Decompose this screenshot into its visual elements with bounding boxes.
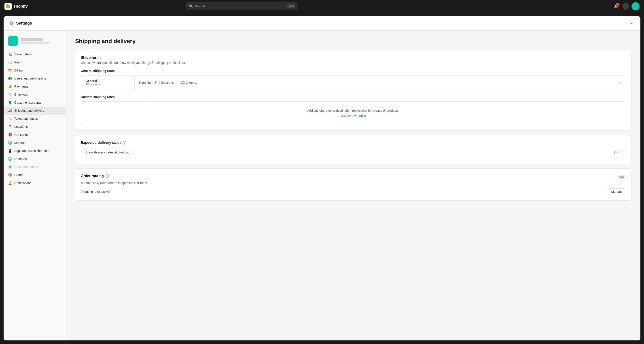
topbar-right: 🔔 3 — [612, 2, 640, 10]
settings-title-text: Settings — [16, 21, 32, 26]
locations-icon: 📍 — [8, 125, 12, 129]
sidebar-item-store-details[interactable]: 🏠 Store details — [4, 50, 66, 58]
settings-title: ⚙️ Settings — [9, 21, 32, 26]
delivery-dates-card: Expected delivery dates i Show delivery … — [75, 135, 632, 164]
taxes-icon: 🏷️ — [8, 117, 12, 121]
gift-cards-icon: 🎁 — [8, 133, 12, 137]
rate-left: General All products — [81, 75, 134, 90]
store-profile — [4, 34, 66, 50]
manage-button[interactable]: Manage — [608, 188, 626, 195]
delivery-dates-title-text: Expected delivery dates — [81, 141, 122, 145]
markets-icon: 🌐 — [8, 141, 12, 145]
shopify-logo: shopify — [4, 3, 28, 10]
billing-icon: 💳 — [8, 68, 12, 72]
delivery-dates-info-icon[interactable]: i — [123, 141, 126, 145]
sidebar-item-billing[interactable]: 💳 Billing — [4, 66, 66, 74]
sidebar-item-customer-accounts[interactable]: 👤 Customer accounts — [4, 98, 66, 107]
sidebar-label-markets: Markets — [14, 141, 26, 145]
checkout-icon: 🛒 — [8, 92, 12, 96]
sidebar-label-brand: Brand — [14, 173, 22, 177]
order-routing-info-icon[interactable]: i — [105, 174, 109, 178]
settings-sidebar: 🏠 Store details 📊 Plan 💳 Billing 👥 Users… — [4, 30, 66, 341]
routing-info-row: 2 routing rules active Manage — [81, 188, 626, 195]
store-avatar — [8, 36, 18, 46]
settings-header: ⚙️ Settings × — [4, 16, 640, 30]
create-profile-link[interactable]: Create new profile — [340, 114, 366, 117]
order-routing-subtitle: Automatically route orders to optimize f… — [81, 181, 626, 185]
sidebar-item-payments[interactable]: 💰 Payments — [4, 82, 66, 90]
location-pin-icon: 📍 — [154, 81, 158, 84]
customer-accounts-icon: 👤 — [8, 100, 12, 104]
sidebar-label-store-details: Store details — [14, 52, 32, 56]
brand-icon: 🎨 — [8, 173, 12, 177]
settings-body: 🏠 Store details 📊 Plan 💳 Billing 👥 Users… — [4, 30, 640, 341]
sidebar-item-apps-channels[interactable]: 📱 Apps and sales channels — [4, 147, 66, 155]
routing-count: 2 routing rules active — [81, 190, 110, 193]
notification-button[interactable]: 🔔 3 — [612, 2, 620, 10]
store-details-icon: 🏠 — [8, 52, 12, 56]
sidebar-item-users-permissions[interactable]: 👥 Users and permissions — [4, 74, 66, 82]
sidebar-item-notifications[interactable]: 🔔 Notifications — [4, 179, 66, 187]
custom-rates-empty-state: Add custom rates or destination restrict… — [81, 101, 626, 125]
search-placeholder-text: Search — [195, 4, 204, 8]
delivery-dates-title: Expected delivery dates i — [81, 141, 626, 145]
delivery-toggle-row[interactable]: Show delivery dates at checkout Off › — [81, 146, 626, 158]
shopify-bag-icon — [4, 3, 12, 10]
sidebar-item-customer-events: ⚙️ Customer events — [4, 163, 66, 171]
sidebar-item-brand[interactable]: 🎨 Brand — [4, 171, 66, 179]
sidebar-label-gift-cards: Gift cards — [14, 133, 28, 136]
topbar: shopify 🔍 Search ⌘ K 🔔 3 — [0, 0, 644, 12]
sidebar-label-payments: Payments — [14, 85, 28, 88]
sidebar-label-customer-events: Customer events — [14, 165, 38, 169]
sidebar-item-gift-cards[interactable]: 🎁 Gift cards — [4, 131, 66, 139]
shipping-card-subtitle: Choose where you ship and how much you c… — [81, 61, 626, 64]
sidebar-item-shipping-delivery[interactable]: 🚚 Shipping and delivery — [4, 107, 66, 115]
delivery-toggle-label: Show delivery dates at checkout — [86, 151, 614, 154]
arrow-icon: → — [176, 81, 179, 85]
search-shortcut: ⌘ K — [287, 4, 295, 8]
close-button[interactable]: × — [628, 20, 635, 27]
sidebar-item-domains[interactable]: 🌐 Domains — [4, 155, 66, 163]
notification-badge: 3 — [616, 3, 620, 6]
rate-general-title: General — [86, 79, 130, 83]
domains-icon: 🌐 — [8, 157, 12, 161]
sidebar-label-taxes: Taxes and duties — [14, 117, 38, 120]
sidebar-label-customer-accounts: Customer accounts — [14, 101, 41, 104]
sidebar-item-checkout[interactable]: 🛒 Checkout — [4, 90, 66, 98]
sidebar-item-plan[interactable]: 📊 Plan — [4, 58, 66, 66]
sidebar-label-plan: Plan — [14, 60, 20, 64]
shipping-icon: 🚚 — [8, 109, 12, 113]
store-sub-skeleton — [20, 41, 50, 44]
sidebar-label-domains: Domains — [14, 157, 26, 161]
order-routing-title-row: Order routing i New — [81, 174, 626, 179]
user-avatar[interactable] — [632, 2, 640, 10]
delivery-row-chevron-icon: › — [620, 150, 621, 155]
shopify-wordmark: shopify — [14, 4, 28, 9]
custom-rates-heading: Custom shipping rates — [81, 95, 626, 99]
main-content: Shipping and delivery Shipping i Choose … — [66, 30, 640, 341]
globe-icon: 🌐 — [181, 81, 185, 84]
shipping-info-icon[interactable]: i — [97, 56, 101, 59]
settings-panel: ⚙️ Settings × 🏠 Store de — [4, 16, 640, 341]
zones-detail: 🌐 2 zones — [181, 81, 197, 84]
sidebar-label-billing: Billing — [14, 69, 22, 72]
main-area: ⚙️ Settings × 🏠 Store de — [0, 12, 644, 344]
search-icon: 🔍 — [189, 4, 193, 8]
customer-events-icon: ⚙️ — [8, 165, 12, 169]
rates-for-label: Rates for — [139, 81, 152, 84]
order-routing-title: Order routing i — [81, 174, 109, 178]
sidebar-item-locations[interactable]: 📍 Locations — [4, 123, 66, 131]
empty-state-text: Add custom rates or destination restrict… — [86, 109, 621, 112]
rate-row-chevron-icon: › — [620, 80, 621, 85]
rate-right: Rates for 📍 2 locations → 🌐 2 zones › — [134, 77, 626, 88]
general-rate-row[interactable]: General All products Rates for 📍 2 locat… — [81, 75, 626, 90]
general-rates-heading: General shipping rates — [81, 69, 626, 73]
search-bar[interactable]: 🔍 Search ⌘ K — [186, 2, 298, 10]
zones-count-text: 2 zones — [186, 81, 197, 84]
sidebar-item-markets[interactable]: 🌐 Markets — [4, 139, 66, 147]
sidebar-item-taxes-duties[interactable]: 🏷️ Taxes and duties — [4, 115, 66, 123]
order-routing-title-text: Order routing — [81, 174, 104, 178]
locations-detail: 📍 2 locations — [154, 81, 174, 84]
sidebar-label-apps: Apps and sales channels — [14, 149, 49, 153]
store-name-pill[interactable] — [622, 3, 629, 10]
